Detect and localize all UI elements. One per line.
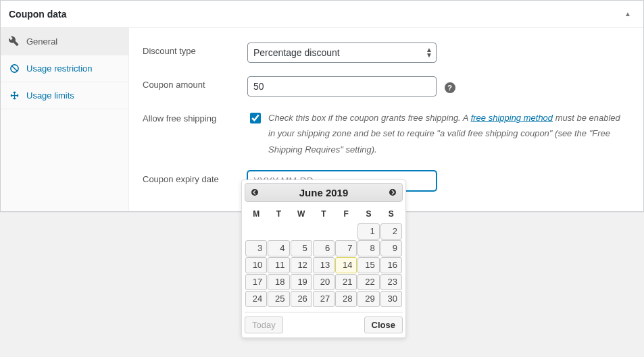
tab-label: Usage limits [26, 91, 74, 100]
datepicker-day[interactable]: 7 [335, 240, 357, 256]
svg-point-2 [251, 189, 258, 196]
datepicker-day[interactable]: 19 [291, 274, 312, 290]
datepicker-day[interactable]: 16 [380, 257, 402, 273]
datepicker-day[interactable]: 21 [335, 274, 357, 290]
datepicker-day[interactable]: 17 [245, 274, 267, 290]
tab-usage-limits[interactable]: Usage limits [1, 82, 128, 109]
datepicker-day[interactable]: 26 [291, 291, 312, 307]
move-icon [9, 90, 20, 101]
tab-label: Usage restriction [26, 64, 93, 73]
datepicker-day[interactable]: 22 [357, 274, 379, 290]
datepicker-close-button[interactable]: Close [364, 317, 403, 333]
collapse-icon[interactable]: ▲ [620, 7, 635, 20]
weekday-header: M [245, 205, 267, 223]
coupon-amount-label: Coupon amount [143, 76, 247, 90]
datepicker-day[interactable]: 3 [245, 240, 267, 256]
tab-label: General [26, 37, 57, 46]
datepicker-day[interactable]: 4 [268, 240, 289, 256]
datepicker-day[interactable]: 9 [380, 240, 402, 256]
weekday-header: W [291, 205, 312, 223]
datepicker-day[interactable]: 20 [313, 274, 335, 290]
datepicker-day[interactable]: 15 [357, 257, 379, 273]
datepicker-day[interactable]: 8 [357, 240, 379, 256]
tab-usage-restriction[interactable]: Usage restriction [1, 55, 128, 82]
datepicker-day[interactable]: 25 [268, 291, 289, 307]
datepicker-day[interactable]: 13 [313, 257, 335, 273]
tab-general[interactable]: General [1, 28, 128, 55]
datepicker-day[interactable]: 6 [313, 240, 335, 256]
free-shipping-desc: Check this box if the coupon grants free… [268, 110, 626, 157]
wrench-icon [9, 36, 20, 47]
weekday-header: F [335, 205, 357, 223]
datepicker-grid: MTWTFSS 12345678910111213141516171819202… [245, 204, 403, 308]
ban-icon [9, 63, 20, 74]
datepicker-day[interactable]: 30 [380, 291, 402, 307]
free-shipping-checkbox[interactable] [250, 113, 261, 123]
datepicker-day[interactable]: 5 [291, 240, 312, 256]
weekday-header: T [268, 205, 289, 223]
next-month-icon[interactable] [386, 186, 399, 199]
weekday-header: T [313, 205, 335, 223]
expiry-label: Coupon expiry date [143, 171, 247, 184]
coupon-tabs: General Usage restriction Usage limits [1, 28, 129, 211]
svg-point-3 [389, 189, 396, 196]
free-shipping-label: Allow free shipping [143, 110, 247, 123]
svg-line-1 [11, 65, 17, 71]
datepicker-day[interactable]: 28 [335, 291, 357, 307]
discount-type-label: Discount type [143, 43, 247, 56]
datepicker-day[interactable]: 2 [380, 223, 402, 240]
datepicker-day[interactable]: 12 [291, 257, 312, 273]
help-icon[interactable]: ? [445, 82, 455, 93]
discount-type-select[interactable]: Percentage discount [247, 43, 437, 63]
weekday-header: S [357, 205, 379, 223]
coupon-amount-input[interactable] [247, 76, 437, 97]
datepicker-day[interactable]: 1 [357, 223, 379, 240]
datepicker-day[interactable]: 24 [245, 291, 267, 307]
datepicker-day[interactable]: 18 [268, 274, 289, 290]
datepicker-header: June 2019 [245, 183, 403, 202]
datepicker-day[interactable]: 14 [335, 257, 357, 273]
datepicker-day[interactable]: 29 [357, 291, 379, 307]
datepicker: June 2019 MTWTFSS 1234567891011121314151… [241, 180, 406, 338]
prev-month-icon[interactable] [248, 186, 262, 199]
datepicker-day[interactable]: 10 [245, 257, 267, 273]
datepicker-today-button[interactable]: Today [245, 317, 283, 333]
datepicker-day[interactable]: 11 [268, 257, 289, 273]
datepicker-title: June 2019 [299, 187, 349, 198]
panel-title: Coupon data [9, 9, 67, 20]
panel-header: Coupon data ▲ [1, 1, 643, 28]
weekday-header: S [380, 205, 402, 223]
datepicker-day[interactable]: 27 [313, 291, 335, 307]
datepicker-day[interactable]: 23 [380, 274, 402, 290]
free-shipping-method-link[interactable]: free shipping method [471, 113, 553, 123]
